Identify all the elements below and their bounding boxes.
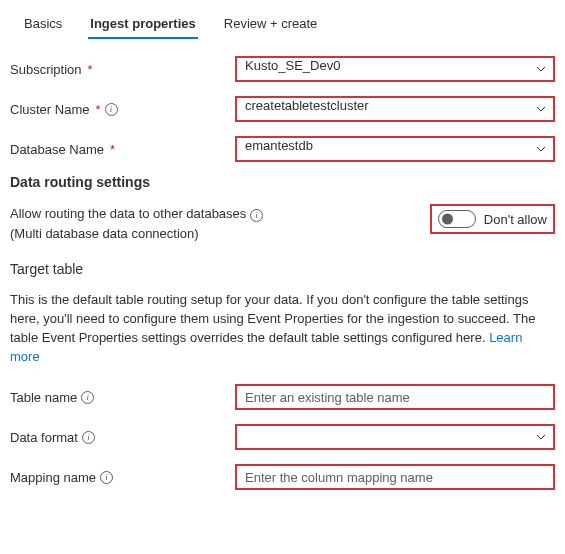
data-format-select[interactable] bbox=[235, 424, 555, 450]
routing-heading: Data routing settings bbox=[10, 174, 555, 190]
data-format-label: Data format i bbox=[10, 430, 235, 445]
mapping-name-label: Mapping name i bbox=[10, 470, 235, 485]
subscription-select[interactable]: Kusto_SE_Dev0 bbox=[235, 56, 555, 82]
mapping-name-input[interactable] bbox=[237, 466, 553, 488]
target-description: This is the default table routing setup … bbox=[10, 291, 555, 366]
allow-routing-label: Allow routing the data to other database… bbox=[10, 204, 263, 243]
info-icon[interactable]: i bbox=[105, 103, 118, 116]
subscription-label: Subscription* bbox=[10, 62, 235, 77]
info-icon[interactable]: i bbox=[250, 209, 263, 222]
tabs: Basics Ingest properties Review + create bbox=[0, 0, 565, 40]
allow-routing-toggle[interactable] bbox=[438, 210, 476, 228]
database-select[interactable]: emantestdb bbox=[235, 136, 555, 162]
toggle-status-text: Don't allow bbox=[484, 212, 547, 227]
table-name-input[interactable] bbox=[237, 386, 553, 408]
target-table-heading: Target table bbox=[10, 261, 555, 277]
info-icon[interactable]: i bbox=[100, 471, 113, 484]
tab-ingest[interactable]: Ingest properties bbox=[76, 10, 209, 39]
tab-basics[interactable]: Basics bbox=[10, 10, 76, 39]
info-icon[interactable]: i bbox=[81, 391, 94, 404]
info-icon[interactable]: i bbox=[82, 431, 95, 444]
table-name-label: Table name i bbox=[10, 390, 235, 405]
form-body: Subscription* Kusto_SE_Dev0 Cluster Name… bbox=[0, 40, 565, 512]
database-label: Database Name* bbox=[10, 142, 235, 157]
tab-review[interactable]: Review + create bbox=[210, 10, 332, 39]
cluster-label: Cluster Name* i bbox=[10, 102, 235, 117]
cluster-select[interactable]: createtabletestcluster bbox=[235, 96, 555, 122]
